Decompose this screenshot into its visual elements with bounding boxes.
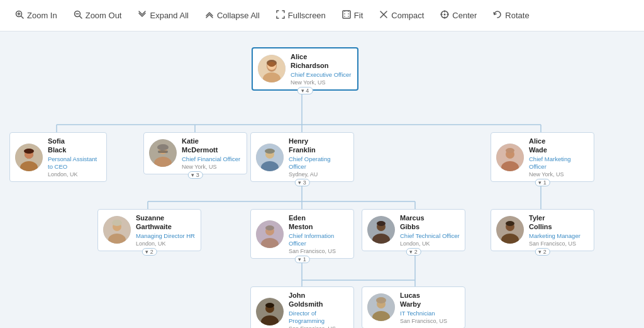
- fullscreen-icon: [276, 10, 285, 21]
- node-badge-henry[interactable]: ▾ 3: [294, 179, 310, 186]
- svg-line-1: [21, 16, 24, 19]
- avatar-henry: [256, 144, 284, 171]
- node-badge-suzanne[interactable]: ▾ 2: [142, 248, 157, 256]
- svg-point-59: [506, 148, 514, 153]
- node-info-john: JohnGoldsmith Director of Programming Sa…: [289, 291, 348, 328]
- svg-point-41: [268, 62, 275, 67]
- fullscreen-button[interactable]: Fullscreen: [269, 6, 333, 25]
- node-name-marcus: MarcusGibbs: [400, 213, 460, 232]
- chart-area: AliceRichardson Chief Executive Officer …: [0, 31, 644, 328]
- svg-point-13: [444, 14, 446, 16]
- node-tyler[interactable]: TylerCollins Marketing Manager San Franc…: [491, 209, 594, 251]
- center-icon: [440, 10, 449, 21]
- node-name-katie: KatieMcDermott: [182, 137, 242, 155]
- node-info-alice-r: AliceRichardson Chief Executive Officer …: [291, 52, 352, 86]
- avatar-alice-w: [496, 144, 524, 171]
- rotate-button[interactable]: Rotate: [486, 6, 536, 25]
- node-title-john: Director of Programming: [289, 310, 348, 325]
- node-sofia[interactable]: SofiaBlack Personal Assistant to CEO Lon…: [9, 132, 107, 182]
- node-title-alice-r: Chief Executive Officer: [291, 71, 352, 79]
- node-location-marcus: London, UK: [400, 240, 460, 247]
- node-badge-alice-w[interactable]: ▾ 1: [535, 179, 550, 186]
- node-info-alice-w: AliceWade Chief Marketing Officer New Yo…: [529, 137, 589, 178]
- node-name-lucas: LucasWarby: [400, 291, 460, 309]
- node-location-eden: San Francisco, US: [289, 248, 348, 254]
- zoom-in-label: Zoom In: [27, 11, 57, 20]
- node-location-katie: New York, US: [182, 164, 242, 170]
- node-eden[interactable]: EdenMeston Chief Information Officer San…: [250, 209, 354, 259]
- node-lucas[interactable]: LucasWarby IT Technician San Francisco, …: [362, 286, 465, 328]
- node-title-katie: Chief Financial Officer: [182, 156, 242, 163]
- node-info-lucas: LucasWarby IT Technician San Francisco, …: [400, 291, 460, 324]
- node-location-suzanne: London, UK: [136, 240, 196, 247]
- avatar-tyler: [496, 216, 524, 244]
- zoom-out-button[interactable]: Zoom Out: [66, 6, 130, 25]
- node-name-suzanne: SuzanneGarthwaite: [136, 213, 196, 232]
- node-name-alice-w: AliceWade: [529, 137, 589, 155]
- node-henry[interactable]: HenryFranklin Chief Operating Officer Sy…: [250, 132, 354, 182]
- zoom-in-icon: [15, 10, 24, 21]
- zoom-out-icon: [74, 10, 82, 21]
- node-name-tyler: TylerCollins: [529, 213, 589, 232]
- node-title-eden: Chief Information Officer: [289, 232, 348, 248]
- node-info-tyler: TylerCollins Marketing Manager San Franc…: [529, 213, 589, 247]
- avatar-sofia: [15, 144, 43, 171]
- node-location-alice-w: New York, US: [529, 171, 589, 178]
- avatar-eden: [256, 220, 284, 248]
- avatar-katie: [149, 139, 177, 167]
- svg-point-83: [376, 297, 386, 303]
- node-name-john: JohnGoldsmith: [289, 291, 348, 309]
- node-alice-w[interactable]: AliceWade Chief Marketing Officer New Yo…: [491, 132, 594, 182]
- node-location-lucas: San Francisco, US: [400, 318, 460, 324]
- svg-point-67: [265, 225, 274, 230]
- node-badge-tyler[interactable]: ▾ 2: [535, 248, 550, 256]
- node-title-sofia: Personal Assistant to CEO: [48, 156, 101, 171]
- node-badge-marcus[interactable]: ▾ 2: [406, 248, 421, 256]
- node-location-alice-r: New York, US: [291, 79, 352, 86]
- node-title-marcus: Chief Technical Officer: [400, 232, 460, 240]
- avatar-alice-r: [258, 55, 286, 82]
- node-info-katie: KatieMcDermott Chief Financial Officer N…: [182, 137, 242, 170]
- center-button[interactable]: Center: [433, 6, 484, 25]
- node-info-henry: HenryFranklin Chief Operating Officer Sy…: [289, 137, 348, 178]
- node-suzanne[interactable]: SuzanneGarthwaite Managing Director HR L…: [97, 209, 201, 251]
- node-badge-alice-r[interactable]: ▾ 4: [297, 87, 313, 94]
- expand-all-label: Expand All: [150, 11, 188, 20]
- expand-all-icon: [138, 10, 147, 21]
- node-badge-katie[interactable]: ▾ 3: [187, 171, 203, 179]
- svg-point-50: [157, 144, 169, 150]
- expand-all-button[interactable]: Expand All: [130, 6, 196, 25]
- svg-point-55: [265, 149, 275, 154]
- node-title-suzanne: Managing Director HR: [136, 232, 196, 240]
- node-john[interactable]: JohnGoldsmith Director of Programming Sa…: [250, 286, 354, 328]
- collapse-all-button[interactable]: Collapse All: [197, 6, 267, 25]
- node-name-eden: EdenMeston: [289, 213, 348, 232]
- node-title-henry: Chief Operating Officer: [289, 156, 348, 171]
- compact-button[interactable]: Compact: [372, 6, 431, 25]
- compact-icon: [379, 10, 388, 21]
- fit-label: Fit: [354, 11, 363, 20]
- node-info-suzanne: SuzanneGarthwaite Managing Director HR L…: [136, 213, 196, 247]
- node-badge-eden[interactable]: ▾ 1: [294, 256, 310, 263]
- node-marcus[interactable]: MarcusGibbs Chief Technical Officer Lond…: [362, 209, 465, 251]
- avatar-john: [256, 298, 284, 325]
- svg-line-5: [79, 16, 82, 19]
- collapse-all-label: Collapse All: [217, 11, 260, 20]
- node-info-marcus: MarcusGibbs Chief Technical Officer Lond…: [400, 213, 460, 247]
- svg-point-46: [24, 149, 34, 154]
- fit-icon: [342, 10, 351, 21]
- node-name-henry: HenryFranklin: [289, 137, 348, 155]
- node-location-sofia: London, UK: [48, 171, 101, 178]
- node-info-eden: EdenMeston Chief Information Officer San…: [289, 213, 348, 254]
- node-location-tyler: San Francisco, US: [529, 240, 589, 247]
- node-name-sofia: SofiaBlack: [48, 137, 101, 155]
- svg-point-63: [112, 220, 122, 226]
- node-katie[interactable]: KatieMcDermott Chief Financial Officer N…: [143, 132, 247, 174]
- fit-button[interactable]: Fit: [335, 6, 370, 25]
- zoom-in-button[interactable]: Zoom In: [8, 6, 65, 25]
- svg-point-75: [506, 221, 514, 226]
- node-info-sofia: SofiaBlack Personal Assistant to CEO Lon…: [48, 137, 101, 178]
- node-alice-r[interactable]: AliceRichardson Chief Executive Officer …: [252, 47, 358, 91]
- zoom-out-label: Zoom Out: [86, 11, 122, 20]
- collapse-all-icon: [205, 10, 214, 21]
